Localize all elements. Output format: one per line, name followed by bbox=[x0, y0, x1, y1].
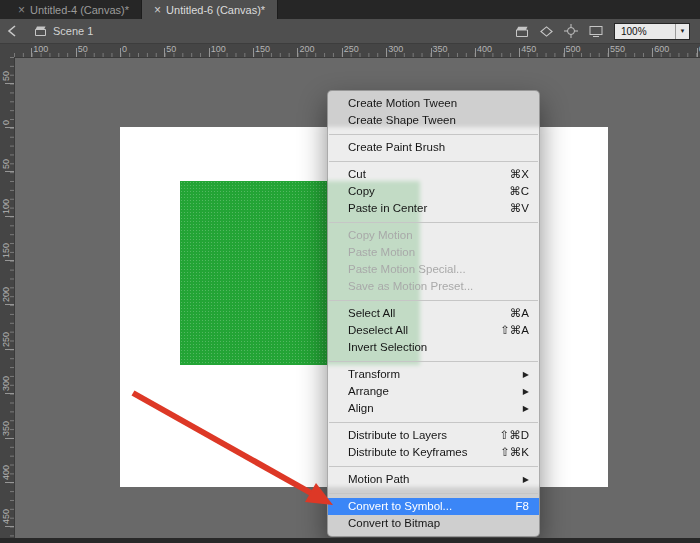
menu-item-label: Paste Motion bbox=[348, 244, 529, 261]
ruler-label: 100 bbox=[33, 44, 48, 54]
edit-bar: Scene 1 100% ▼ bbox=[0, 19, 700, 44]
menu-item-label: Cut bbox=[348, 166, 498, 183]
ruler-label: 50 bbox=[166, 44, 176, 54]
ruler-label: 300 bbox=[1, 376, 11, 391]
ruler-tick bbox=[5, 171, 14, 172]
ruler-tick bbox=[431, 48, 432, 57]
zoom-dropdown[interactable]: 100% ▼ bbox=[614, 23, 690, 40]
ruler-label: 0 bbox=[1, 120, 11, 125]
ruler-label: 100 bbox=[1, 199, 11, 214]
ruler-tick bbox=[697, 48, 698, 57]
clip-screen-icon[interactable] bbox=[589, 25, 603, 38]
menu-item-shortcut: ⇧⌘A bbox=[500, 322, 529, 339]
ruler-tick bbox=[5, 260, 14, 261]
menu-item-copy-motion: Copy Motion bbox=[328, 227, 539, 244]
close-icon[interactable]: × bbox=[18, 4, 25, 16]
ruler-tick bbox=[608, 48, 609, 57]
menu-separator bbox=[329, 422, 538, 423]
ruler-label: 150 bbox=[1, 243, 11, 258]
tab-untitled-4[interactable]: × Untitled-4 (Canvas)* bbox=[6, 0, 142, 19]
ruler-tick bbox=[5, 526, 14, 527]
submenu-arrow-icon: ▶ bbox=[523, 400, 529, 417]
menu-item-paste-in-center[interactable]: Paste in Center⌘V bbox=[328, 200, 539, 217]
ruler-tick bbox=[164, 48, 165, 57]
menu-item-copy[interactable]: Copy⌘C bbox=[328, 183, 539, 200]
ruler-tick bbox=[5, 127, 14, 128]
ruler-tick bbox=[564, 48, 565, 57]
menu-item-label: Distribute to Layers bbox=[348, 427, 488, 444]
menu-item-convert-to-symbol[interactable]: Convert to Symbol...F8 bbox=[328, 498, 539, 515]
menu-separator bbox=[329, 493, 538, 494]
menu-item-paste-motion: Paste Motion bbox=[328, 244, 539, 261]
menu-separator bbox=[329, 134, 538, 135]
ruler-label: 50 bbox=[1, 159, 11, 169]
ruler-tick bbox=[5, 438, 14, 439]
menu-item-deselect-all[interactable]: Deselect All⇧⌘A bbox=[328, 322, 539, 339]
ruler-tick bbox=[297, 48, 298, 57]
menu-item-label: Convert to Symbol... bbox=[348, 498, 504, 515]
menu-item-label: Paste in Center bbox=[348, 200, 498, 217]
menu-item-transform[interactable]: Transform▶ bbox=[328, 366, 539, 383]
edit-scene-icon[interactable] bbox=[515, 25, 529, 38]
ruler-tick bbox=[209, 48, 210, 57]
ruler-tick bbox=[342, 48, 343, 57]
back-arrow-icon[interactable] bbox=[0, 24, 24, 38]
chevron-down-icon[interactable]: ▼ bbox=[675, 24, 689, 39]
ruler-tick bbox=[5, 83, 14, 84]
ruler-tick bbox=[386, 48, 387, 57]
ruler-label: 450 bbox=[521, 44, 536, 54]
menu-item-create-paint-brush[interactable]: Create Paint Brush bbox=[328, 139, 539, 156]
ruler-tick bbox=[5, 482, 14, 483]
menu-item-distribute-to-keyframes[interactable]: Distribute to Keyframes⇧⌘K bbox=[328, 444, 539, 461]
menu-item-label: Copy bbox=[348, 183, 497, 200]
tab-untitled-6[interactable]: × Untitled-6 (Canvas)* bbox=[142, 0, 278, 19]
menu-item-select-all[interactable]: Select All⌘A bbox=[328, 305, 539, 322]
ruler-tick bbox=[5, 393, 14, 394]
menu-item-label: Create Paint Brush bbox=[348, 139, 529, 156]
scene-icon bbox=[34, 25, 47, 37]
menu-separator bbox=[329, 161, 538, 162]
ruler-label: 200 bbox=[1, 287, 11, 302]
ruler-label: 0 bbox=[122, 44, 127, 54]
menu-item-label: Align bbox=[348, 400, 511, 417]
center-frame-icon[interactable] bbox=[564, 24, 578, 38]
menu-item-label: Copy Motion bbox=[348, 227, 529, 244]
menu-item-create-motion-tween[interactable]: Create Motion Tween bbox=[328, 95, 539, 112]
ruler-label: 250 bbox=[1, 332, 11, 347]
menu-item-create-shape-tween[interactable]: Create Shape Tween bbox=[328, 112, 539, 129]
menu-separator bbox=[329, 300, 538, 301]
menu-item-shortcut: ⌘X bbox=[510, 166, 529, 183]
menu-item-arrange[interactable]: Arrange▶ bbox=[328, 383, 539, 400]
ruler-label: 100 bbox=[211, 44, 226, 54]
ruler-label: 400 bbox=[1, 465, 11, 480]
menu-item-shortcut: ⌘A bbox=[510, 305, 529, 322]
edit-symbols-icon[interactable] bbox=[540, 25, 553, 38]
edit-bar-controls: 100% ▼ bbox=[515, 23, 700, 40]
menu-item-shortcut: ⌘V bbox=[510, 200, 529, 217]
menu-item-paste-motion-special: Paste Motion Special... bbox=[328, 261, 539, 278]
document-tab-bar: × Untitled-4 (Canvas)* × Untitled-6 (Can… bbox=[0, 0, 700, 19]
menu-item-label: Convert to Bitmap bbox=[348, 515, 529, 532]
submenu-arrow-icon: ▶ bbox=[523, 471, 529, 488]
scene-breadcrumb[interactable]: Scene 1 bbox=[34, 25, 93, 37]
menu-item-convert-to-bitmap[interactable]: Convert to Bitmap bbox=[328, 515, 539, 532]
menu-item-shortcut: ⇧⌘K bbox=[500, 444, 529, 461]
menu-item-label: Create Motion Tween bbox=[348, 95, 529, 112]
menu-item-label: Select All bbox=[348, 305, 498, 322]
close-icon[interactable]: × bbox=[154, 4, 161, 16]
ruler-label: 150 bbox=[255, 44, 270, 54]
menu-item-shortcut: ⌘C bbox=[509, 183, 529, 200]
menu-item-distribute-to-layers[interactable]: Distribute to Layers⇧⌘D bbox=[328, 427, 539, 444]
menu-item-align[interactable]: Align▶ bbox=[328, 400, 539, 417]
ruler-tick bbox=[76, 48, 77, 57]
menu-item-invert-selection[interactable]: Invert Selection bbox=[328, 339, 539, 356]
ruler-label: 50 bbox=[78, 44, 88, 54]
menu-item-label: Create Shape Tween bbox=[348, 112, 529, 129]
submenu-arrow-icon: ▶ bbox=[523, 383, 529, 400]
menu-item-cut[interactable]: Cut⌘X bbox=[328, 166, 539, 183]
ruler-tick bbox=[5, 349, 14, 350]
menu-item-label: Invert Selection bbox=[348, 339, 529, 356]
menu-item-motion-path[interactable]: Motion Path▶ bbox=[328, 471, 539, 488]
menu-item-label: Paste Motion Special... bbox=[348, 261, 529, 278]
ruler-label: 200 bbox=[299, 44, 314, 54]
